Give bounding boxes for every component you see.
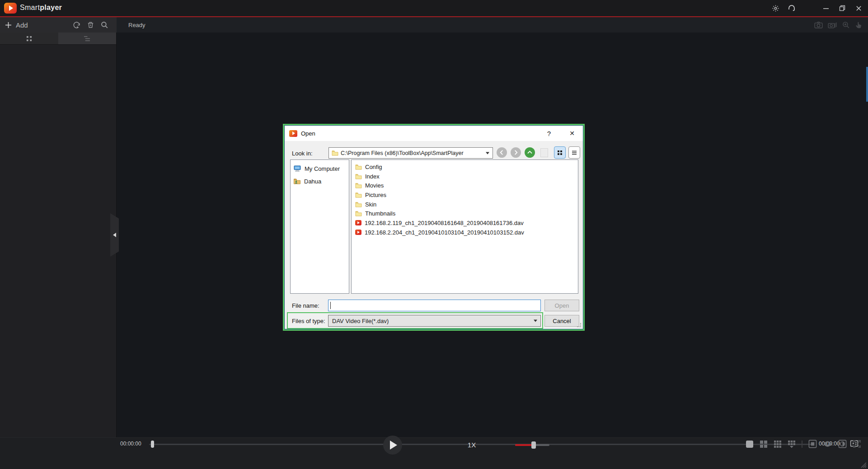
dialog-help-button[interactable]: ? [542,126,556,141]
file-row-folder[interactable]: Skin [355,200,578,209]
open-button[interactable]: Open [544,300,579,311]
elapsed-time: 00:00:00 [120,441,141,447]
folder-icon [355,192,362,198]
restore-button[interactable] [837,3,847,13]
file-row-folder[interactable]: Pictures [355,190,578,200]
image-adjust-button[interactable] [838,440,847,448]
speed-value: 1X [465,441,478,449]
up-one-level-button[interactable] [525,147,535,158]
volume-handle[interactable] [531,441,536,449]
file-label: Index [365,173,380,180]
volume-slider[interactable] [515,444,549,446]
toolbar: Add Ready [0,17,868,33]
look-in-value: C:\Program Files (x86)\ToolBox\App\Smart… [341,150,464,156]
convert-sync-icon[interactable] [72,21,81,29]
file-label: Config [365,164,382,170]
support-headset-icon[interactable] [787,3,797,13]
files-of-type-dropdown[interactable]: DAV Video File(*.dav) [328,315,541,327]
dropdown-arrow-icon [486,152,489,154]
snapshot-camera-icon[interactable] [814,21,823,29]
file-row-folder[interactable]: Thumbnails [355,209,578,218]
play-button[interactable] [383,436,402,455]
dialog-app-icon [289,130,297,137]
layout-single-button[interactable] [746,440,754,448]
user-folder-icon [293,178,301,184]
settings-gear-icon[interactable] [770,3,780,13]
file-label: Movies [365,182,384,189]
dav-play-icon [355,220,361,225]
edge-scrollbar-thumb[interactable] [866,67,868,102]
file-label: Skin [365,201,376,208]
places-pane: My Computer Dahua [290,159,349,294]
forward-button[interactable] [511,147,521,158]
layout-more-button[interactable] [788,440,796,448]
app-logo-icon [4,3,17,14]
place-my-computer[interactable]: My Computer [293,164,349,173]
playlist-panel[interactable] [0,44,116,437]
file-label: 192.168.2.204_ch1_20190410103104_2019041… [365,229,524,236]
layout-quad-button[interactable] [760,440,768,448]
text-caret [330,302,331,309]
search-icon[interactable] [100,21,108,29]
dialog-resize-grip[interactable] [577,323,582,328]
tab-list-view[interactable] [58,33,117,44]
file-row-dav[interactable]: 192.168.2.119_ch1_20190408161648_2019040… [355,218,578,228]
add-button[interactable]: Add [5,21,28,29]
file-label: Pictures [365,192,386,198]
grid-dots-icon [26,36,32,42]
place-label: My Computer [305,165,340,172]
brand-smart: Smart [20,4,40,11]
tree-list-icon [84,36,90,42]
look-in-dropdown[interactable]: C:\Program Files (x86)\ToolBox\App\Smart… [328,147,493,159]
app-window: Smartplayer Add [0,0,868,469]
fullscreen-button[interactable] [853,440,861,448]
status-text: Ready [128,17,145,33]
folder-icon [355,174,362,179]
fisheye-eye-button[interactable] [823,440,832,448]
file-row-folder[interactable]: Index [355,172,578,181]
detail-view-glyph [572,150,577,155]
icon-view-button[interactable] [554,146,566,159]
place-dahua[interactable]: Dahua [293,177,349,185]
minimize-button[interactable] [821,3,831,13]
file-label: 192.168.2.119_ch1_20190408161648_2019040… [365,220,524,226]
dialog-titlebar[interactable]: Open [285,126,583,141]
delete-trash-icon[interactable] [87,21,94,29]
file-name-input[interactable] [328,300,541,311]
original-size-button[interactable] [808,440,817,448]
player-controls-bar: 00:00:00 00:00:00 [0,437,868,469]
seek-bar[interactable] [149,444,812,445]
folder-icon [355,164,362,170]
add-label: Add [16,21,28,29]
close-button[interactable] [854,3,863,13]
back-button[interactable] [497,147,507,158]
layout-nine-button[interactable] [774,440,782,448]
tab-grid-view[interactable] [0,33,58,44]
brand-player: player [40,4,62,11]
file-row-folder[interactable]: Movies [355,181,578,190]
new-folder-button[interactable] [540,148,548,157]
sidebar-collapse-handle[interactable] [110,213,119,257]
detail-view-button[interactable] [568,146,580,159]
dialog-close-button[interactable]: ✕ [563,126,581,141]
drag-hand-icon[interactable] [855,21,863,29]
file-name-label: File name: [292,302,319,309]
window-resize-grip[interactable] [860,461,867,468]
seek-handle[interactable] [151,441,154,448]
dialog-title: Open [301,130,315,137]
cancel-button[interactable]: Cancel [544,315,579,327]
computer-icon [293,165,301,172]
look-in-label: Look in: [292,150,313,157]
folder-icon [355,183,362,188]
plus-icon [5,22,12,28]
file-row-dav[interactable]: 192.168.2.204_ch1_20190410103104_2019041… [355,228,578,237]
volume-fill [515,444,534,446]
place-label: Dahua [304,178,321,185]
dav-play-icon [355,230,361,235]
zoom-in-icon[interactable] [842,21,850,29]
folder-icon [355,202,362,207]
titlebar: Smartplayer [0,0,868,16]
sidebar-toolbar: Add [0,17,117,33]
burst-snapshot-icon[interactable] [828,21,837,29]
file-row-folder[interactable]: Config [355,162,578,172]
